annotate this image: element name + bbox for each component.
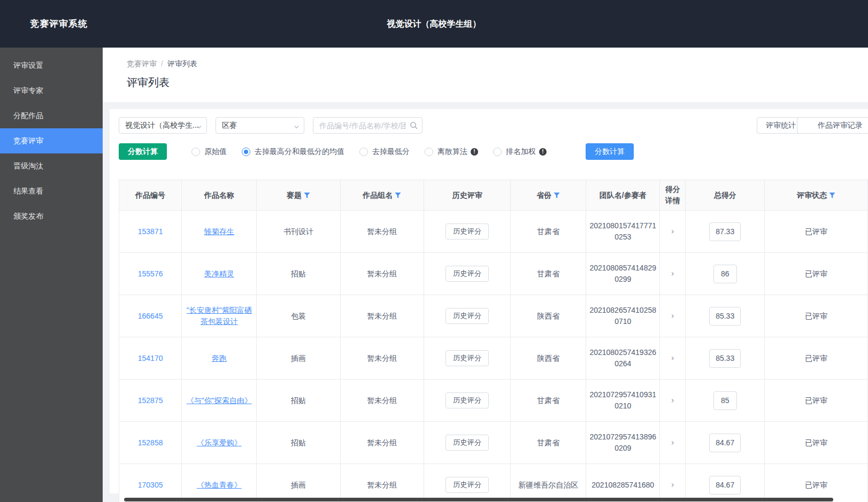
filter-funnel-icon[interactable] xyxy=(304,192,310,198)
history-score-button[interactable]: 历史评分 xyxy=(445,392,489,408)
cell-group: 暂未分组 xyxy=(340,253,424,295)
breadcrumb-parent[interactable]: 竞赛评审 xyxy=(127,59,157,68)
work-id-link[interactable]: 155576 xyxy=(138,269,163,278)
work-review-records-button[interactable]: 作品评审记录 xyxy=(797,117,868,134)
search-field-wrap xyxy=(313,117,423,134)
breadcrumb-current[interactable]: 评审列表 xyxy=(167,59,197,68)
filter-funnel-icon[interactable] xyxy=(829,192,835,198)
team-number: 20210729574109310210 xyxy=(589,389,657,412)
cell-history: 历史评分 xyxy=(424,295,511,337)
work-name-link[interactable]: 《乐享爱购》 xyxy=(197,438,242,447)
cell-work-id: 152858 xyxy=(119,422,182,464)
score-method-option-2[interactable]: 去掉最高分和最低分的均值 xyxy=(242,147,344,157)
competition-select[interactable]: 视觉设计（高校学生... xyxy=(119,117,207,134)
cell-province: 甘肃省 xyxy=(511,211,586,253)
top-header: 竞赛评审系统 视觉设计（高校学生组） xyxy=(0,0,868,48)
column-label: 得分详情 xyxy=(665,185,680,205)
history-score-button[interactable]: 历史评分 xyxy=(445,223,489,240)
cell-total-score: 85.33 xyxy=(686,295,765,337)
work-id-link[interactable]: 170305 xyxy=(138,481,163,489)
cell-work-id: 154170 xyxy=(119,337,182,380)
sidebar-item-7[interactable]: 颁奖发布 xyxy=(0,204,103,229)
chevron-right-icon[interactable]: › xyxy=(671,353,674,363)
work-id-link[interactable]: 152858 xyxy=(138,438,163,447)
search-input[interactable] xyxy=(313,117,423,134)
work-id-link[interactable]: 153871 xyxy=(138,227,163,236)
column-header-7: 团队名/参赛者 xyxy=(586,180,660,211)
cell-review-status: 已评审 xyxy=(765,337,868,380)
history-score-button[interactable]: 历史评分 xyxy=(445,350,489,366)
table-row: 153871雏菊存生书刊设计暂未分组历史评分甘肃省202108015741777… xyxy=(119,211,868,253)
column-header-9: 总得分 xyxy=(686,180,765,211)
cell-work-id: 166645 xyxy=(119,295,182,337)
search-icon[interactable] xyxy=(410,121,418,129)
score-method-option-1[interactable]: 原始值 xyxy=(191,147,227,157)
column-header-5: 历史评审 xyxy=(424,180,511,211)
column-label: 历史评审 xyxy=(452,191,482,199)
work-name-link[interactable]: 奔跑 xyxy=(212,354,227,362)
sidebar-item-2[interactable]: 评审专家 xyxy=(0,78,103,103)
horizontal-scrollbar[interactable] xyxy=(124,498,833,501)
cell-review-status: 已评审 xyxy=(765,422,868,464)
cell-team: 20210729574138960209 xyxy=(586,422,660,464)
team-number: 20210729574138960209 xyxy=(589,431,657,454)
score-calc-button[interactable]: 分数计算 xyxy=(586,143,634,160)
history-score-button[interactable]: 历史评分 xyxy=(445,435,489,451)
cell-review-status: 已评审 xyxy=(765,253,868,295)
total-score-box[interactable]: 84.67 xyxy=(709,434,741,452)
cell-work-id: 152875 xyxy=(119,380,182,422)
cell-work-name: 美净精灵 xyxy=(182,253,257,295)
cell-score-detail: › xyxy=(660,380,686,422)
work-name-link[interactable]: "长安唐村"紫阳富硒茶包装设计 xyxy=(187,306,252,326)
total-score-box[interactable]: 85.33 xyxy=(709,349,741,368)
total-score-box[interactable]: 86 xyxy=(713,265,737,283)
history-score-button[interactable]: 历史评分 xyxy=(445,266,489,282)
sidebar-item-4[interactable]: 竞赛评审 xyxy=(0,128,103,153)
total-score-box[interactable]: 87.33 xyxy=(709,222,741,241)
sidebar-item-5[interactable]: 晋级淘汰 xyxy=(0,153,103,179)
stage-select-value: 区赛 xyxy=(222,121,237,129)
work-id-link[interactable]: 154170 xyxy=(138,354,163,362)
sidebar-item-3[interactable]: 分配作品 xyxy=(0,103,103,128)
sidebar-item-1[interactable]: 评审设置 xyxy=(0,53,103,78)
chevron-right-icon[interactable]: › xyxy=(671,311,674,321)
review-table: 作品编号作品名称赛题作品组名历史评审省份团队名/参赛者得分详情总得分评审状态 1… xyxy=(119,180,868,502)
column-header-1: 作品编号 xyxy=(119,180,182,211)
radio-label: 去掉最低分 xyxy=(372,147,410,157)
chevron-right-icon[interactable]: › xyxy=(671,269,674,279)
history-score-button[interactable]: 历史评分 xyxy=(445,477,489,493)
work-name-link[interactable]: 《与"你"探索自由》 xyxy=(187,396,252,405)
work-name-link[interactable]: 美净精灵 xyxy=(204,269,234,278)
total-score-box[interactable]: 84.67 xyxy=(709,476,741,495)
work-name-link[interactable]: 雏菊存生 xyxy=(204,227,234,236)
sidebar-item-6[interactable]: 结果查看 xyxy=(0,179,103,204)
work-id-link[interactable]: 152875 xyxy=(138,396,163,405)
info-icon[interactable]: ! xyxy=(539,148,547,156)
cell-history: 历史评分 xyxy=(424,211,511,253)
score-method-option-4[interactable]: 离散算法! xyxy=(425,147,478,157)
total-score-box[interactable]: 85.33 xyxy=(709,307,741,326)
score-method-option-5[interactable]: 排名加权! xyxy=(493,147,547,157)
cell-group: 暂未分组 xyxy=(340,211,424,253)
main-area: 竞赛评审/评审列表 评审列表 视觉设计（高校学生... 区赛 评审统计 作品评审… xyxy=(103,48,868,502)
score-method-option-3[interactable]: 去掉最低分 xyxy=(359,147,410,157)
chevron-right-icon[interactable]: › xyxy=(671,438,674,447)
filter-funnel-icon[interactable] xyxy=(395,192,401,198)
stage-select[interactable]: 区赛 xyxy=(216,117,304,134)
cell-review-status: 已评审 xyxy=(765,464,868,502)
history-score-button[interactable]: 历史评分 xyxy=(445,308,489,324)
info-icon[interactable]: ! xyxy=(471,148,478,156)
column-label: 作品编号 xyxy=(135,191,165,199)
cell-review-status: 已评审 xyxy=(765,380,868,422)
table-header-row: 作品编号作品名称赛题作品组名历史评审省份团队名/参赛者得分详情总得分评审状态 xyxy=(119,180,868,211)
filter-funnel-icon[interactable] xyxy=(554,192,560,198)
work-id-link[interactable]: 166645 xyxy=(138,312,163,320)
column-label: 作品名称 xyxy=(204,191,234,199)
work-name-link[interactable]: 《热血青春》 xyxy=(197,481,242,489)
chevron-right-icon[interactable]: › xyxy=(671,480,674,490)
total-score-box[interactable]: 85 xyxy=(713,391,737,410)
radio-label: 去掉最高分和最低分的均值 xyxy=(255,147,344,157)
chevron-right-icon[interactable]: › xyxy=(671,227,674,236)
chevron-right-icon[interactable]: › xyxy=(671,396,674,405)
cell-group: 暂未分组 xyxy=(340,295,424,337)
